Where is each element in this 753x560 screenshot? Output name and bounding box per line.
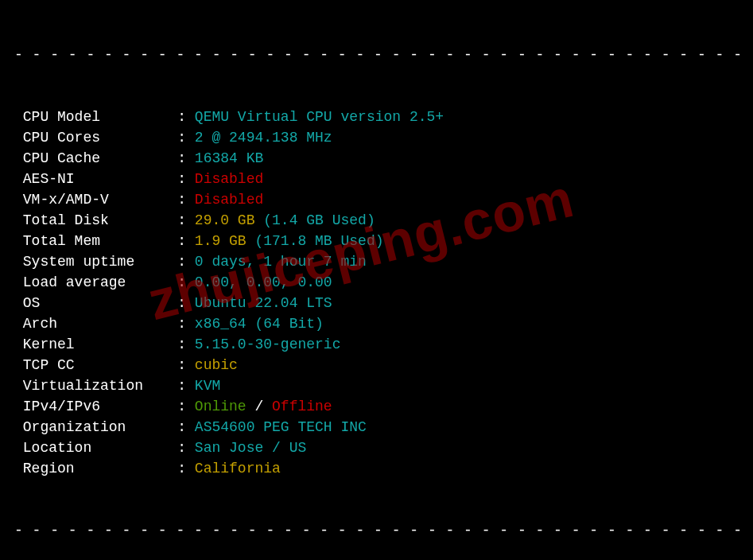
info-row: CPU Cache : 16384 KB <box>14 148 739 169</box>
info-row: Region : California <box>14 458 739 479</box>
colon: : <box>177 192 195 208</box>
colon: : <box>177 461 195 476</box>
info-value: 0.00, 0.00, 0.00 <box>195 274 332 290</box>
colon: : <box>177 399 195 414</box>
info-value: AS54600 PEG TECH INC <box>195 419 367 435</box>
info-value: Offline <box>272 399 332 414</box>
colon: : <box>177 440 195 456</box>
info-label: Location <box>14 440 177 456</box>
colon: : <box>177 212 195 228</box>
colon: : <box>177 254 195 270</box>
info-label: TCP CC <box>14 357 177 373</box>
info-value: Ubuntu 22.04 LTS <box>195 295 332 311</box>
info-row: CPU Cores : 2 @ 2494.138 MHz <box>14 127 739 148</box>
info-value: cubic <box>195 357 238 373</box>
info-label: Total Disk <box>14 212 177 228</box>
colon: : <box>177 357 195 373</box>
info-row: AES-NI : Disabled <box>14 169 739 189</box>
info-value: 2 @ 2494.138 MHz <box>195 130 332 146</box>
info-row: Total Mem : 1.9 GB (171.8 MB Used) <box>14 231 739 251</box>
info-label: Organization <box>14 419 177 435</box>
info-label: OS <box>14 295 177 311</box>
info-label: VM-x/AMD-V <box>14 192 177 208</box>
info-row: CPU Model : QEMU Virtual CPU version 2.5… <box>14 107 739 127</box>
colon: : <box>177 316 195 332</box>
info-value: California <box>195 461 281 476</box>
colon: : <box>177 295 195 311</box>
info-label: CPU Cache <box>14 150 177 166</box>
info-label: CPU Model <box>14 109 177 125</box>
colon: : <box>177 171 195 187</box>
info-label: Region <box>14 461 177 476</box>
info-value: San Jose / US <box>195 440 306 456</box>
info-value: 0 days, 1 hour 7 min <box>195 254 367 270</box>
colon: : <box>177 150 195 166</box>
info-value: 1.9 GB <box>195 233 246 249</box>
info-value: (171.8 MB Used) <box>246 233 384 249</box>
info-row: Organization : AS54600 PEG TECH INC <box>14 417 739 438</box>
info-value: Disabled <box>195 192 263 208</box>
info-label: AES-NI <box>14 171 177 187</box>
colon: : <box>177 378 195 394</box>
colon: : <box>177 419 195 435</box>
info-row: Arch : x86_64 (64 Bit) <box>14 313 739 334</box>
info-label: Virtualization <box>14 378 177 394</box>
info-row: VM-x/AMD-V : Disabled <box>14 189 739 210</box>
info-value: QEMU Virtual CPU version 2.5+ <box>195 109 444 125</box>
info-value: (1.4 GB Used) <box>254 212 375 228</box>
info-row: IPv4/IPv6 : Online / Offline <box>14 396 739 417</box>
info-label: Load average <box>14 274 177 290</box>
info-row: Virtualization : KVM <box>14 375 739 396</box>
info-row: System uptime : 0 days, 1 hour 7 min <box>14 251 739 272</box>
info-value: Online <box>195 399 246 414</box>
info-label: System uptime <box>14 254 177 270</box>
info-value: 16384 KB <box>195 150 263 166</box>
info-row: TCP CC : cubic <box>14 355 739 375</box>
divider-mid: - - - - - - - - - - - - - - - - - - - - … <box>14 520 739 541</box>
info-label: IPv4/IPv6 <box>14 399 177 414</box>
divider-top: - - - - - - - - - - - - - - - - - - - - … <box>14 45 739 65</box>
colon: : <box>177 336 195 352</box>
colon: : <box>177 109 195 125</box>
info-label: Total Mem <box>14 233 177 249</box>
info-row: Load average : 0.00, 0.00, 0.00 <box>14 272 739 293</box>
info-label: Arch <box>14 316 177 332</box>
info-row: OS : Ubuntu 22.04 LTS <box>14 293 739 313</box>
info-value: 5.15.0-30-generic <box>195 336 341 352</box>
colon: : <box>177 130 195 146</box>
info-value: x86_64 (64 Bit) <box>195 316 324 332</box>
info-value: / <box>246 399 272 414</box>
info-label: Kernel <box>14 336 177 352</box>
terminal-output: - - - - - - - - - - - - - - - - - - - - … <box>0 0 753 560</box>
info-value: Disabled <box>195 171 263 187</box>
colon: : <box>177 233 195 249</box>
info-label: CPU Cores <box>14 130 177 146</box>
info-row: Location : San Jose / US <box>14 438 739 458</box>
info-value: KVM <box>195 378 220 394</box>
info-value: 29.0 GB <box>195 212 255 228</box>
info-row: Total Disk : 29.0 GB (1.4 GB Used) <box>14 210 739 231</box>
colon: : <box>177 274 195 290</box>
info-row: Kernel : 5.15.0-30-generic <box>14 334 739 355</box>
